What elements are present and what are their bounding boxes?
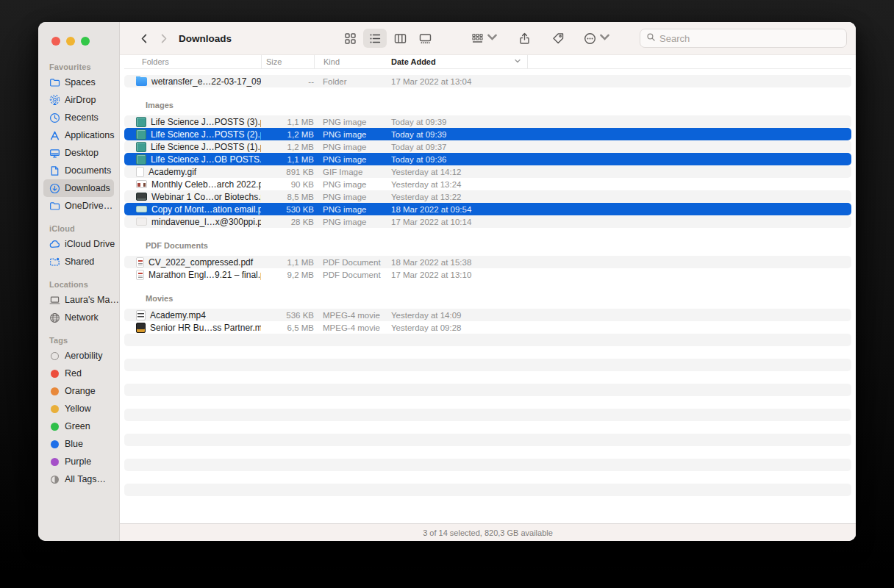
empty-list-stripe — [124, 496, 851, 509]
file-size: 9,2 MB — [261, 270, 314, 279]
file-thumbnail-icon — [136, 129, 146, 140]
file-name: Copy of Mont…ation email.png — [151, 204, 261, 215]
file-size: 28 KB — [261, 218, 314, 226]
sidebar-item-label: Laura's Ma… — [65, 295, 119, 305]
sidebar-section-title: Favourites — [38, 62, 119, 74]
file-row[interactable]: Senior HR Bu…ss Partner.mp46,5 MBMPEG-4 … — [124, 321, 851, 334]
file-size: 90 KB — [261, 180, 314, 189]
empty-list-stripe — [124, 371, 851, 384]
sidebar-item-recents[interactable]: Recents — [43, 109, 114, 126]
file-row[interactable]: mindavenue_l…x@300ppi.png28 KBPNG image1… — [124, 215, 851, 228]
file-name: Academy.mp4 — [150, 310, 206, 320]
column-header-kind[interactable]: Kind — [314, 55, 387, 68]
window-controls — [38, 32, 119, 53]
sidebar-item-aerobility[interactable]: Aerobility — [43, 347, 114, 365]
sidebar-section-tags: TagsAerobilityRedOrangeYellowGreenBluePu… — [38, 336, 119, 488]
file-kind: Folder — [314, 77, 387, 86]
sidebar-item-all-tags-[interactable]: All Tags… — [43, 470, 114, 488]
file-row[interactable]: Webinar 1 Co…or Biotechs.png8,5 MBPNG im… — [124, 190, 851, 203]
group-button[interactable] — [468, 29, 502, 48]
empty-list-stripe — [124, 446, 851, 459]
file-kind: PNG image — [314, 143, 387, 151]
file-row[interactable]: Marathon Engl…9.21 – final.pdf9,2 MBPDF … — [124, 268, 851, 281]
sidebar-item-label: Desktop — [65, 148, 99, 158]
file-row[interactable]: Copy of Mont…ation email.png530 KBPNG im… — [124, 203, 851, 215]
file-name: Life Science J…POSTS (2).png — [151, 129, 261, 140]
sidebar-item-onedrive-[interactable]: OneDrive… — [43, 197, 114, 215]
file-row[interactable]: Life Science J…POSTS (3).png1,1 MBPNG im… — [124, 115, 851, 128]
file-thumbnail-icon — [136, 270, 144, 280]
circle-icon — [49, 368, 60, 379]
file-size: 1,1 MB — [261, 155, 314, 164]
sidebar-item-red[interactable]: Red — [43, 365, 114, 382]
file-date-added: 17 Mar 2022 at 10:14 — [387, 218, 851, 226]
sidebar-item-blue[interactable]: Blue — [43, 435, 114, 453]
circle-icon — [49, 456, 60, 467]
file-name: CV_2022_compressed.pdf — [149, 257, 253, 268]
file-name: Academy.gif — [149, 167, 196, 177]
sidebar-item-yellow[interactable]: Yellow — [43, 400, 114, 417]
file-size: 1,1 MB — [261, 258, 314, 267]
sidebar-item-desktop[interactable]: Desktop — [43, 144, 114, 162]
sidebar-item-laura-s-ma-[interactable]: Laura's Ma… — [43, 291, 114, 309]
tag-button[interactable] — [546, 29, 570, 48]
empty-list-stripe — [124, 459, 851, 471]
column-header-size[interactable]: Size — [261, 55, 314, 68]
folder-icon — [136, 77, 147, 86]
sidebar-item-label: Downloads — [65, 183, 110, 193]
more-button[interactable] — [580, 29, 615, 48]
file-row[interactable]: Academy.mp4536 KBMPEG-4 movieYesterday a… — [124, 309, 851, 321]
file-row[interactable]: Life Science J…POSTS (2).png1,2 MBPNG im… — [124, 128, 851, 140]
clock-icon — [49, 112, 60, 123]
empty-list-stripe — [124, 346, 851, 359]
sidebar-item-purple[interactable]: Purple — [43, 453, 114, 470]
sort-chevron-down-icon[interactable] — [514, 57, 521, 66]
column-header-date-added[interactable]: Date Added — [387, 57, 527, 66]
zoom-button[interactable] — [81, 37, 90, 46]
file-kind: PNG image — [314, 118, 387, 126]
file-name: Life Science J…OB POSTS.png — [151, 154, 261, 165]
sidebar-item-airdrop[interactable]: AirDrop — [43, 91, 114, 109]
sidebar-item-spaces[interactable]: Spaces — [43, 74, 114, 91]
icon-view-button[interactable] — [338, 29, 362, 48]
list-view-button[interactable] — [363, 29, 387, 48]
file-kind: PNG image — [314, 130, 387, 139]
file-row[interactable]: CV_2022_compressed.pdf1,1 MBPDF Document… — [124, 256, 851, 268]
sidebar-item-shared[interactable]: Shared — [43, 253, 114, 270]
file-row[interactable]: Monthly Celeb…arch 2022.png90 KBPNG imag… — [124, 178, 851, 190]
sidebar-item-documents[interactable]: Documents — [43, 162, 114, 179]
sidebar-item-icloud-drive[interactable]: iCloud Drive — [43, 235, 114, 253]
close-button[interactable] — [51, 37, 60, 46]
minimize-button[interactable] — [66, 37, 75, 46]
sidebar: FavouritesSpacesAirDropRecentsApplicatio… — [38, 22, 120, 541]
sidebar-section-title: iCloud — [38, 224, 119, 235]
file-size: -- — [261, 77, 314, 86]
sidebar-item-green[interactable]: Green — [43, 417, 114, 435]
sidebar-item-label: AirDrop — [65, 95, 96, 105]
file-row[interactable]: Academy.gif891 KBGIF ImageYesterday at 1… — [124, 165, 851, 178]
column-header-name[interactable]: Folders — [124, 57, 261, 66]
sidebar-item-network[interactable]: Network — [43, 309, 114, 326]
sidebar-item-label: Shared — [65, 257, 94, 267]
search-field[interactable] — [640, 29, 847, 48]
file-row[interactable]: wetransfer_e…22-03-17_0932--Folder17 Mar… — [124, 75, 851, 87]
file-size: 6,5 MB — [261, 323, 314, 332]
cloud-icon — [49, 238, 60, 250]
file-size: 536 KB — [261, 311, 314, 320]
empty-list-stripe — [124, 334, 851, 346]
sidebar-item-applications[interactable]: Applications — [43, 126, 114, 144]
forward-button[interactable] — [154, 29, 173, 48]
column-view-button[interactable] — [388, 29, 412, 48]
sidebar-item-downloads[interactable]: Downloads — [43, 179, 114, 197]
file-row[interactable]: Life Science J…POSTS (1).png1,2 MBPNG im… — [124, 140, 851, 153]
sidebar-item-label: Blue — [65, 439, 83, 449]
sidebar-item-orange[interactable]: Orange — [43, 382, 114, 400]
search-input[interactable] — [659, 33, 840, 44]
back-button[interactable] — [135, 29, 154, 48]
gallery-view-button[interactable] — [413, 29, 437, 48]
file-kind: GIF Image — [314, 168, 387, 176]
group-header-movies: Movies — [146, 294, 856, 303]
file-thumbnail-icon — [136, 117, 146, 127]
file-row[interactable]: Life Science J…OB POSTS.png1,1 MBPNG ima… — [124, 153, 851, 165]
share-button[interactable] — [512, 29, 536, 48]
